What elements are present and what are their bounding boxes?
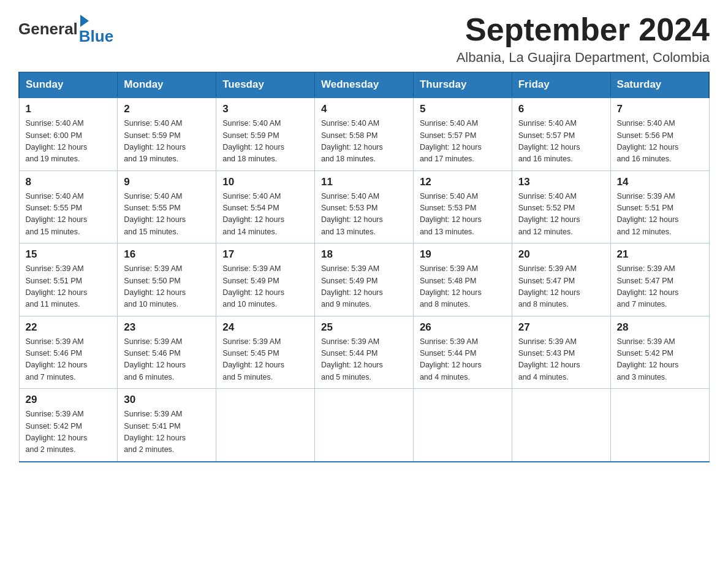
calendar-cell: 15Sunrise: 5:39 AMSunset: 5:51 PMDayligh…	[19, 243, 118, 316]
day-info: Sunrise: 5:39 AMSunset: 5:42 PMDaylight:…	[26, 408, 112, 456]
day-number: 8	[26, 176, 112, 188]
day-info: Sunrise: 5:39 AMSunset: 5:51 PMDaylight:…	[617, 191, 703, 239]
calendar-week-row: 8Sunrise: 5:40 AMSunset: 5:55 PMDaylight…	[19, 170, 709, 243]
day-number: 30	[124, 394, 210, 406]
day-info: Sunrise: 5:39 AMSunset: 5:44 PMDaylight:…	[321, 336, 407, 384]
logo: General Blue	[18, 12, 113, 46]
logo-triangle-icon	[80, 15, 89, 27]
calendar-cell: 16Sunrise: 5:39 AMSunset: 5:50 PMDayligh…	[118, 243, 216, 316]
calendar-cell: 17Sunrise: 5:39 AMSunset: 5:49 PMDayligh…	[216, 243, 315, 316]
calendar-cell: 11Sunrise: 5:40 AMSunset: 5:53 PMDayligh…	[315, 170, 414, 243]
calendar-cell: 19Sunrise: 5:39 AMSunset: 5:48 PMDayligh…	[413, 243, 512, 316]
day-info: Sunrise: 5:40 AMSunset: 5:57 PMDaylight:…	[518, 118, 604, 166]
calendar-cell: 1Sunrise: 5:40 AMSunset: 6:00 PMDaylight…	[19, 98, 118, 170]
day-number: 26	[420, 321, 506, 334]
day-info: Sunrise: 5:39 AMSunset: 5:46 PMDaylight:…	[124, 336, 210, 384]
day-number: 7	[617, 103, 703, 115]
day-info: Sunrise: 5:40 AMSunset: 5:55 PMDaylight:…	[26, 191, 112, 239]
calendar-week-row: 22Sunrise: 5:39 AMSunset: 5:46 PMDayligh…	[19, 316, 709, 389]
calendar-cell	[413, 389, 512, 462]
day-number: 2	[124, 103, 210, 115]
calendar-cell: 14Sunrise: 5:39 AMSunset: 5:51 PMDayligh…	[610, 170, 709, 243]
day-number: 3	[222, 103, 308, 115]
day-info: Sunrise: 5:39 AMSunset: 5:49 PMDaylight:…	[222, 263, 308, 311]
day-number: 15	[26, 248, 112, 261]
day-number: 5	[420, 103, 506, 115]
calendar-header-row: SundayMondayTuesdayWednesdayThursdayFrid…	[19, 72, 709, 98]
calendar-title: September 2024	[457, 12, 710, 47]
calendar-cell	[315, 389, 414, 462]
day-number: 6	[518, 103, 604, 115]
calendar-cell: 18Sunrise: 5:39 AMSunset: 5:49 PMDayligh…	[315, 243, 414, 316]
calendar-cell: 28Sunrise: 5:39 AMSunset: 5:42 PMDayligh…	[610, 316, 709, 389]
calendar-cell: 13Sunrise: 5:40 AMSunset: 5:52 PMDayligh…	[512, 170, 610, 243]
calendar-cell	[512, 389, 610, 462]
calendar-cell: 23Sunrise: 5:39 AMSunset: 5:46 PMDayligh…	[118, 316, 216, 389]
calendar-header-saturday: Saturday	[610, 72, 709, 98]
title-block: September 2024 Albania, La Guajira Depar…	[457, 12, 710, 66]
day-info: Sunrise: 5:39 AMSunset: 5:50 PMDaylight:…	[124, 263, 210, 311]
day-info: Sunrise: 5:39 AMSunset: 5:46 PMDaylight:…	[26, 336, 112, 384]
calendar-header-thursday: Thursday	[413, 72, 512, 98]
day-info: Sunrise: 5:39 AMSunset: 5:47 PMDaylight:…	[617, 263, 703, 311]
day-number: 11	[321, 176, 407, 188]
day-number: 16	[124, 248, 210, 261]
calendar-header-monday: Monday	[118, 72, 216, 98]
day-info: Sunrise: 5:40 AMSunset: 6:00 PMDaylight:…	[26, 118, 112, 166]
day-info: Sunrise: 5:39 AMSunset: 5:47 PMDaylight:…	[518, 263, 604, 311]
calendar-cell: 24Sunrise: 5:39 AMSunset: 5:45 PMDayligh…	[216, 316, 315, 389]
calendar-cell: 21Sunrise: 5:39 AMSunset: 5:47 PMDayligh…	[610, 243, 709, 316]
day-number: 29	[26, 394, 112, 406]
day-number: 25	[321, 321, 407, 334]
calendar-subtitle: Albania, La Guajira Department, Colombia	[457, 50, 710, 66]
calendar-cell: 5Sunrise: 5:40 AMSunset: 5:57 PMDaylight…	[413, 98, 512, 170]
calendar-cell: 22Sunrise: 5:39 AMSunset: 5:46 PMDayligh…	[19, 316, 118, 389]
calendar-cell: 7Sunrise: 5:40 AMSunset: 5:56 PMDaylight…	[610, 98, 709, 170]
day-number: 9	[124, 176, 210, 188]
day-number: 27	[518, 321, 604, 334]
calendar-cell: 4Sunrise: 5:40 AMSunset: 5:58 PMDaylight…	[315, 98, 414, 170]
day-number: 1	[26, 103, 112, 115]
day-number: 19	[420, 248, 506, 261]
day-info: Sunrise: 5:40 AMSunset: 5:58 PMDaylight:…	[321, 118, 407, 166]
calendar-cell: 20Sunrise: 5:39 AMSunset: 5:47 PMDayligh…	[512, 243, 610, 316]
day-number: 13	[518, 176, 604, 188]
day-info: Sunrise: 5:39 AMSunset: 5:49 PMDaylight:…	[321, 263, 407, 311]
calendar-cell: 30Sunrise: 5:39 AMSunset: 5:41 PMDayligh…	[118, 389, 216, 462]
page-header: General Blue September 2024 Albania, La …	[18, 12, 710, 66]
day-number: 24	[222, 321, 308, 334]
day-info: Sunrise: 5:40 AMSunset: 5:54 PMDaylight:…	[222, 191, 308, 239]
calendar-week-row: 29Sunrise: 5:39 AMSunset: 5:42 PMDayligh…	[19, 389, 709, 462]
day-info: Sunrise: 5:40 AMSunset: 5:56 PMDaylight:…	[617, 118, 703, 166]
calendar-cell: 9Sunrise: 5:40 AMSunset: 5:55 PMDaylight…	[118, 170, 216, 243]
calendar-cell: 10Sunrise: 5:40 AMSunset: 5:54 PMDayligh…	[216, 170, 315, 243]
calendar-cell: 6Sunrise: 5:40 AMSunset: 5:57 PMDaylight…	[512, 98, 610, 170]
day-number: 10	[222, 176, 308, 188]
calendar-cell: 8Sunrise: 5:40 AMSunset: 5:55 PMDaylight…	[19, 170, 118, 243]
day-number: 28	[617, 321, 703, 334]
calendar-table: SundayMondayTuesdayWednesdayThursdayFrid…	[18, 72, 710, 462]
calendar-week-row: 15Sunrise: 5:39 AMSunset: 5:51 PMDayligh…	[19, 243, 709, 316]
logo-general: General	[18, 20, 78, 39]
day-info: Sunrise: 5:40 AMSunset: 5:59 PMDaylight:…	[222, 118, 308, 166]
day-number: 4	[321, 103, 407, 115]
calendar-cell	[216, 389, 315, 462]
calendar-cell: 29Sunrise: 5:39 AMSunset: 5:42 PMDayligh…	[19, 389, 118, 462]
day-number: 21	[617, 248, 703, 261]
day-info: Sunrise: 5:39 AMSunset: 5:43 PMDaylight:…	[518, 336, 604, 384]
day-number: 12	[420, 176, 506, 188]
calendar-cell: 12Sunrise: 5:40 AMSunset: 5:53 PMDayligh…	[413, 170, 512, 243]
calendar-week-row: 1Sunrise: 5:40 AMSunset: 6:00 PMDaylight…	[19, 98, 709, 170]
calendar-header-sunday: Sunday	[19, 72, 118, 98]
day-info: Sunrise: 5:39 AMSunset: 5:48 PMDaylight:…	[420, 263, 506, 311]
day-number: 20	[518, 248, 604, 261]
calendar-cell: 3Sunrise: 5:40 AMSunset: 5:59 PMDaylight…	[216, 98, 315, 170]
day-number: 23	[124, 321, 210, 334]
day-number: 17	[222, 248, 308, 261]
calendar-cell: 25Sunrise: 5:39 AMSunset: 5:44 PMDayligh…	[315, 316, 414, 389]
day-info: Sunrise: 5:40 AMSunset: 5:57 PMDaylight:…	[420, 118, 506, 166]
day-info: Sunrise: 5:39 AMSunset: 5:42 PMDaylight:…	[617, 336, 703, 384]
calendar-cell	[610, 389, 709, 462]
day-number: 18	[321, 248, 407, 261]
day-info: Sunrise: 5:39 AMSunset: 5:44 PMDaylight:…	[420, 336, 506, 384]
